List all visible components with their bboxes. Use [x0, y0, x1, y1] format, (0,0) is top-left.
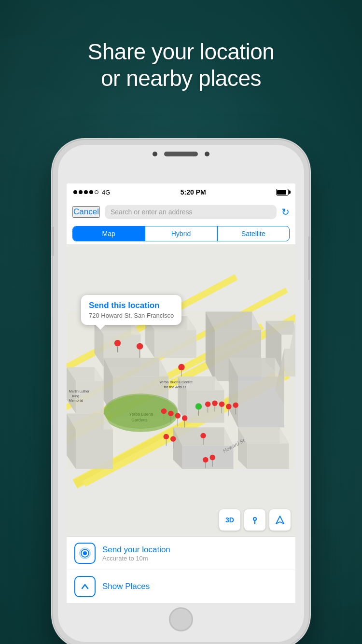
current-location-icon	[79, 547, 91, 559]
svg-point-89	[200, 433, 206, 439]
svg-marker-43	[284, 349, 295, 372]
refresh-button[interactable]: ↻	[281, 206, 290, 218]
pin-button[interactable]	[244, 509, 265, 531]
svg-point-63	[114, 340, 121, 346]
volume-button	[52, 227, 54, 256]
map-controls: 3D	[219, 509, 291, 531]
svg-point-67	[178, 364, 184, 370]
pin-icon	[250, 515, 260, 525]
svg-text:Yerba Buena: Yerba Buena	[129, 412, 153, 417]
search-field[interactable]: Search or enter an address	[105, 205, 277, 219]
svg-point-75	[219, 402, 225, 407]
bubble-arrow	[96, 325, 105, 330]
cancel-button[interactable]: Cancel	[72, 206, 100, 218]
navigation-button[interactable]	[269, 509, 291, 531]
send-location-title: Send your location	[102, 545, 170, 555]
3d-button[interactable]: 3D	[219, 509, 240, 531]
svg-point-65	[137, 343, 143, 350]
sensor	[205, 152, 209, 156]
battery-indicator	[276, 189, 289, 196]
status-bar: 4G 5:20 PM	[67, 183, 295, 201]
network-type: 4G	[102, 189, 110, 196]
svg-marker-27	[104, 358, 168, 376]
svg-text:for the Arts ↕↕: for the Arts ↕↕	[164, 385, 186, 389]
svg-point-97	[209, 455, 215, 461]
header-line2: or nearby places	[101, 66, 261, 91]
signal-dot-4	[89, 190, 93, 194]
signal-dot-5	[95, 190, 98, 194]
signal-indicator: 4G	[73, 189, 110, 196]
svg-text:Yerba Buena Centre: Yerba Buena Centre	[159, 380, 193, 384]
segment-map[interactable]: Map	[73, 226, 144, 241]
phone-top-hardware	[58, 152, 304, 156]
signal-dot-1	[73, 190, 77, 194]
segment-hybrid[interactable]: Hybrid	[145, 226, 217, 241]
location-icon-box	[74, 543, 96, 564]
header-text: Share your location or nearby places	[0, 39, 362, 92]
map-area[interactable]: Yerba Buena Gardens	[67, 244, 295, 536]
svg-point-91	[164, 434, 169, 440]
svg-point-95	[203, 457, 209, 463]
search-placeholder: Search or enter an address	[111, 208, 193, 216]
svg-point-73	[212, 401, 218, 406]
svg-point-81	[161, 408, 167, 414]
show-places-item[interactable]: Show Places	[67, 570, 295, 603]
send-location-item[interactable]: Send your location Accurate to 10m	[67, 537, 295, 570]
power-button	[308, 237, 310, 280]
show-places-text: Show Places	[102, 582, 150, 591]
svg-point-87	[182, 415, 188, 421]
chevron-up-icon	[80, 581, 90, 592]
bubble-address: 720 Howard St, San Francisco	[89, 312, 174, 319]
svg-point-85	[175, 413, 181, 419]
svg-marker-56	[247, 444, 289, 469]
signal-dot-2	[79, 190, 83, 194]
svg-text:Memorial: Memorial	[69, 398, 84, 403]
phone-inner: 4G 5:20 PM Cancel Search or enter an add…	[58, 145, 304, 642]
svg-marker-38	[187, 391, 224, 423]
svg-text:King: King	[72, 394, 79, 398]
header-line1: Share your location	[88, 39, 275, 64]
bubble-title: Send this location	[89, 301, 174, 310]
svg-point-100	[254, 518, 256, 520]
svg-text:Martin Luther: Martin Luther	[69, 389, 90, 393]
segment-satellite[interactable]: Satellite	[218, 226, 289, 241]
chevron-icon-box	[74, 576, 96, 597]
svg-text:Gardens: Gardens	[131, 418, 147, 422]
send-location-text: Send your location Accurate to 10m	[102, 545, 170, 562]
phone-frame: 4G 5:20 PM Cancel Search or enter an add…	[53, 140, 309, 644]
svg-point-102	[83, 551, 87, 555]
bottom-list: Send your location Accurate to 10m Show …	[67, 536, 295, 603]
time-display: 5:20 PM	[181, 188, 206, 196]
signal-dot-3	[84, 190, 88, 194]
svg-marker-101	[276, 516, 284, 524]
front-camera	[153, 152, 157, 156]
send-location-subtitle: Accurate to 10m	[102, 555, 170, 562]
svg-point-69	[195, 403, 202, 409]
home-button[interactable]	[169, 607, 193, 631]
map-svg: Yerba Buena Gardens	[67, 244, 295, 536]
segment-control: Map Hybrid Satellite	[72, 226, 290, 241]
svg-point-93	[170, 436, 176, 442]
svg-marker-48	[76, 430, 113, 469]
svg-marker-15	[154, 330, 196, 358]
svg-point-77	[226, 404, 232, 409]
svg-marker-26	[76, 381, 104, 413]
svg-point-83	[168, 411, 174, 417]
svg-point-79	[233, 402, 238, 408]
navigate-icon	[275, 515, 285, 525]
search-bar-area: Cancel Search or enter an address ↻	[67, 201, 295, 223]
screen: 4G 5:20 PM Cancel Search or enter an add…	[67, 183, 295, 603]
show-places-title: Show Places	[102, 582, 150, 591]
speaker	[164, 152, 198, 156]
battery-fill	[277, 190, 286, 195]
svg-point-71	[205, 402, 211, 407]
location-bubble[interactable]: Send this location 720 Howard St, San Fr…	[81, 295, 181, 325]
